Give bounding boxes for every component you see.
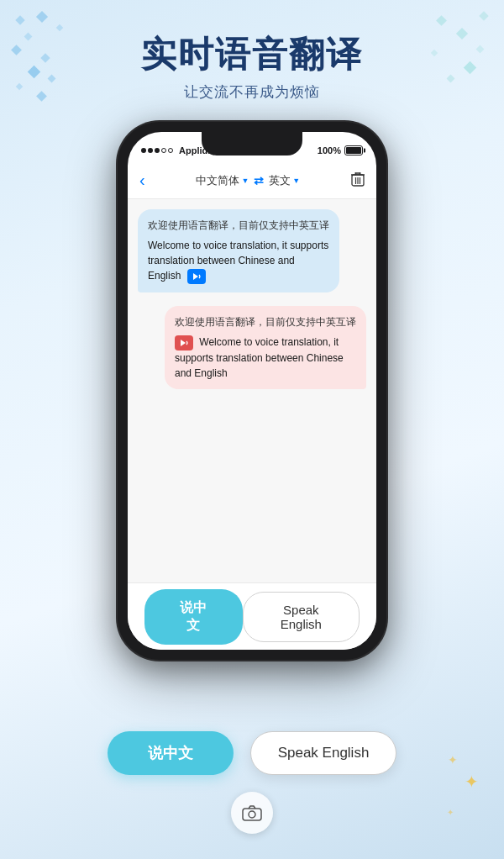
bubble-left: 欢迎使用语言翻译，目前仅支持中英互译 Welcome to voice tran…	[138, 209, 339, 292]
chat-area: 欢迎使用语言翻译，目前仅支持中英互译 Welcome to voice tran…	[128, 199, 376, 582]
target-lang-label: 英文	[269, 173, 291, 188]
speaker-icon-right	[179, 338, 189, 348]
camera-icon	[242, 804, 262, 821]
trash-icon	[351, 171, 365, 187]
message-left: 欢迎使用语言翻译，目前仅支持中英互译 Welcome to voice tran…	[138, 209, 366, 292]
sparkle-3: ✦	[447, 808, 454, 817]
phone-inner: Applidium 11:27 AM 100%	[128, 132, 376, 650]
hero-title: 实时语音翻译	[0, 34, 504, 76]
outer-buttons: 说中文 Speak English	[108, 731, 397, 775]
outer-speak-chinese-button[interactable]: 说中文	[108, 731, 234, 775]
bottom-buttons-bar: 说中文 Speak English	[128, 582, 376, 650]
outer-speak-english-button[interactable]: Speak English	[250, 731, 397, 775]
source-lang-button[interactable]: 中文简体 ▼	[196, 173, 249, 188]
msg-right-chinese: 欢迎使用语言翻译，目前仅支持中英互译	[175, 314, 356, 329]
camera-button[interactable]	[231, 792, 273, 834]
target-lang-button[interactable]: 英文 ▼	[269, 173, 300, 188]
source-lang-label: 中文简体	[196, 173, 239, 188]
battery-fill	[346, 147, 361, 154]
status-right: 100%	[318, 145, 363, 155]
svg-point-11	[249, 811, 255, 818]
msg-right-english: Welcome to voice translation, it support…	[175, 335, 356, 381]
msg-left-chinese: 欢迎使用语言翻译，目前仅支持中英互译	[148, 218, 329, 233]
hero-subtitle: 让交流不再成为烦恼	[0, 82, 504, 102]
battery-icon	[344, 145, 363, 155]
svg-marker-9	[181, 340, 186, 346]
back-button[interactable]: ‹	[139, 171, 145, 190]
bubble-right: 欢迎使用语言翻译，目前仅支持中英互译 Welcome to voice tran…	[165, 306, 366, 389]
signal-dot-1	[141, 148, 146, 153]
message-right: 欢迎使用语言翻译，目前仅支持中英互译 Welcome to voice tran…	[138, 306, 366, 389]
nav-title: 中文简体 ▼ ⇄ 英文 ▼	[196, 173, 300, 188]
sparkle-1: ✦	[465, 772, 479, 792]
msg-left-english: Welcome to voice translation, it support…	[148, 238, 329, 284]
phone-notch	[202, 132, 302, 155]
speaker-icon	[192, 271, 202, 282]
phone-outer: Applidium 11:27 AM 100%	[118, 122, 386, 660]
play-left-button[interactable]	[187, 269, 206, 284]
phone-mockup: Applidium 11:27 AM 100%	[118, 122, 386, 660]
source-lang-arrow: ▼	[241, 177, 249, 185]
speak-chinese-button[interactable]: 说中文	[144, 589, 243, 645]
play-right-button[interactable]	[175, 335, 193, 350]
signal-dot-2	[148, 148, 153, 153]
signal-dot-3	[155, 148, 160, 153]
signal-dots	[141, 148, 173, 153]
svg-rect-10	[243, 809, 261, 820]
target-lang-arrow: ▼	[292, 177, 300, 185]
speak-english-button[interactable]: Speak English	[243, 592, 360, 642]
clear-button[interactable]	[351, 171, 365, 190]
battery-percent: 100%	[318, 145, 341, 155]
hero-section: 实时语音翻译 让交流不再成为烦恼	[0, 0, 504, 102]
signal-dot-4	[161, 148, 166, 153]
app-nav-bar: ‹ 中文简体 ▼ ⇄ 英文 ▼	[128, 162, 376, 199]
svg-marker-8	[193, 273, 198, 280]
sparkle-2: ✦	[448, 753, 458, 767]
swap-langs-button[interactable]: ⇄	[254, 174, 264, 187]
signal-dot-5	[168, 148, 173, 153]
bottom-section: 说中文 Speak English	[0, 691, 504, 859]
